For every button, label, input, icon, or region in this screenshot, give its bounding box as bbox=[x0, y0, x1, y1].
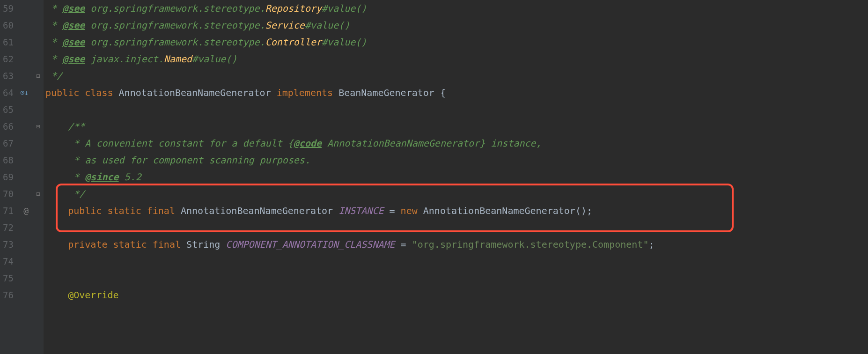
line-number[interactable]: 72 bbox=[0, 219, 32, 236]
code-token: /** bbox=[68, 121, 85, 132]
code-line[interactable] bbox=[45, 101, 868, 118]
code-token: * A convenient constant for a default { bbox=[68, 138, 294, 149]
code-line[interactable]: */ bbox=[45, 67, 868, 84]
code-line[interactable]: * @see org.springframework.stereotype.Co… bbox=[45, 34, 868, 51]
line-number[interactable]: 69 bbox=[0, 169, 32, 185]
code-token: @see bbox=[62, 37, 85, 48]
line-number[interactable]: 73 bbox=[0, 236, 32, 253]
code-line[interactable]: * @see javax.inject.Named#value() bbox=[45, 51, 868, 67]
fold-toggle[interactable]: ⊟ bbox=[36, 118, 40, 135]
code-token: AnnotationBeanNameGenerator bbox=[119, 87, 277, 98]
code-token: * bbox=[51, 37, 62, 48]
code-token: Named bbox=[164, 53, 192, 65]
code-token: public class bbox=[45, 87, 119, 98]
code-token: @Override bbox=[68, 289, 118, 301]
code-token: #value() bbox=[305, 20, 350, 31]
code-token: @see bbox=[62, 53, 85, 65]
line-number[interactable]: 71@ bbox=[0, 202, 32, 219]
code-token: private static final bbox=[68, 239, 186, 250]
code-line[interactable]: * @see org.springframework.stereotype.Re… bbox=[45, 0, 868, 17]
code-token: BeanNameGenerator { bbox=[338, 87, 446, 98]
code-token: "org.springframework.stereotype.Componen… bbox=[412, 239, 649, 250]
fold-toggle[interactable]: ⊟ bbox=[36, 185, 40, 202]
code-token: #value() bbox=[322, 3, 367, 14]
code-token: 5.2 bbox=[119, 171, 141, 183]
line-number[interactable]: 59 bbox=[0, 0, 32, 17]
code-token: AnnotationBeanNameGenerator(); bbox=[423, 205, 592, 216]
line-number[interactable]: 76 bbox=[0, 287, 32, 303]
code-token: ; bbox=[648, 239, 654, 250]
line-number[interactable]: 74 bbox=[0, 253, 32, 270]
code-editor[interactable]: 596061626364⊙↓65666768697071@7273747576 … bbox=[0, 0, 868, 354]
code-line[interactable]: @Override bbox=[45, 287, 868, 303]
code-token: #value() bbox=[322, 37, 367, 48]
code-token: org.springframework.stereotype. bbox=[85, 37, 265, 48]
code-token: COMPONENT_ANNOTATION_CLASSNAME bbox=[226, 239, 395, 250]
code-line[interactable] bbox=[45, 253, 868, 270]
code-token: * bbox=[51, 53, 62, 65]
code-token: * bbox=[68, 171, 85, 183]
code-token: new bbox=[401, 205, 423, 216]
line-number[interactable]: 70 bbox=[0, 185, 32, 202]
code-line[interactable] bbox=[45, 219, 868, 236]
code-line[interactable]: private static final String COMPONENT_AN… bbox=[45, 236, 868, 253]
implements-gutter-icon[interactable]: ⊙↓ bbox=[20, 84, 29, 101]
code-token: AnnotationBeanNameGenerator} instance, bbox=[322, 138, 542, 149]
code-token: */ bbox=[51, 70, 62, 81]
code-line[interactable] bbox=[45, 270, 868, 287]
line-number[interactable]: 64⊙↓ bbox=[0, 84, 32, 101]
line-number[interactable]: 63 bbox=[0, 67, 32, 84]
code-token: String bbox=[186, 239, 226, 250]
code-token: AnnotationBeanNameGenerator bbox=[181, 205, 338, 216]
code-token: * bbox=[51, 3, 62, 14]
fold-column[interactable]: ⊟⊟⊟ bbox=[35, 0, 44, 354]
line-number[interactable]: 68 bbox=[0, 152, 32, 169]
code-line[interactable]: * @since 5.2 bbox=[45, 169, 868, 185]
line-number[interactable]: 65 bbox=[0, 101, 32, 118]
code-line[interactable]: public class AnnotationBeanNameGenerator… bbox=[45, 84, 868, 101]
line-number[interactable]: 75 bbox=[0, 270, 32, 287]
code-line[interactable]: /** bbox=[45, 118, 868, 135]
override-gutter-icon[interactable]: @ bbox=[23, 202, 29, 220]
code-token: org.springframework.stereotype. bbox=[85, 3, 265, 14]
code-token: * bbox=[51, 20, 62, 31]
code-token: INSTANCE bbox=[338, 205, 383, 216]
code-line[interactable]: * @see org.springframework.stereotype.Se… bbox=[45, 17, 868, 34]
line-number[interactable]: 61 bbox=[0, 34, 32, 51]
code-token: @code bbox=[294, 138, 322, 149]
fold-toggle[interactable]: ⊟ bbox=[36, 67, 40, 84]
code-token: = bbox=[383, 205, 400, 216]
code-token: Repository bbox=[265, 3, 322, 14]
code-token: public static final bbox=[68, 205, 181, 216]
line-number[interactable]: 66 bbox=[0, 118, 32, 135]
code-token: Service bbox=[265, 20, 305, 31]
code-token: @see bbox=[62, 3, 85, 14]
code-token: #value() bbox=[192, 53, 237, 65]
code-token: javax.inject. bbox=[85, 53, 164, 65]
code-line[interactable]: public static final AnnotationBeanNameGe… bbox=[45, 202, 868, 219]
code-line[interactable]: * as used for component scanning purpose… bbox=[45, 152, 868, 169]
code-line[interactable]: */ bbox=[45, 185, 868, 202]
code-token: implements bbox=[277, 87, 338, 98]
code-token: */ bbox=[68, 188, 85, 199]
code-token: @see bbox=[62, 20, 85, 31]
code-token: * as used for component scanning purpose… bbox=[68, 155, 310, 166]
code-token: Controller bbox=[265, 37, 322, 48]
line-number[interactable]: 67 bbox=[0, 135, 32, 152]
code-token: = bbox=[395, 239, 412, 250]
line-number-gutter[interactable]: 596061626364⊙↓65666768697071@7273747576 bbox=[0, 0, 35, 354]
code-token: org.springframework.stereotype. bbox=[85, 20, 265, 31]
line-number[interactable]: 60 bbox=[0, 17, 32, 34]
line-number[interactable]: 62 bbox=[0, 51, 32, 67]
code-line[interactable]: * A convenient constant for a default {@… bbox=[45, 135, 868, 152]
code-area[interactable]: * @see org.springframework.stereotype.Re… bbox=[44, 0, 868, 354]
code-token: @since bbox=[85, 171, 118, 183]
